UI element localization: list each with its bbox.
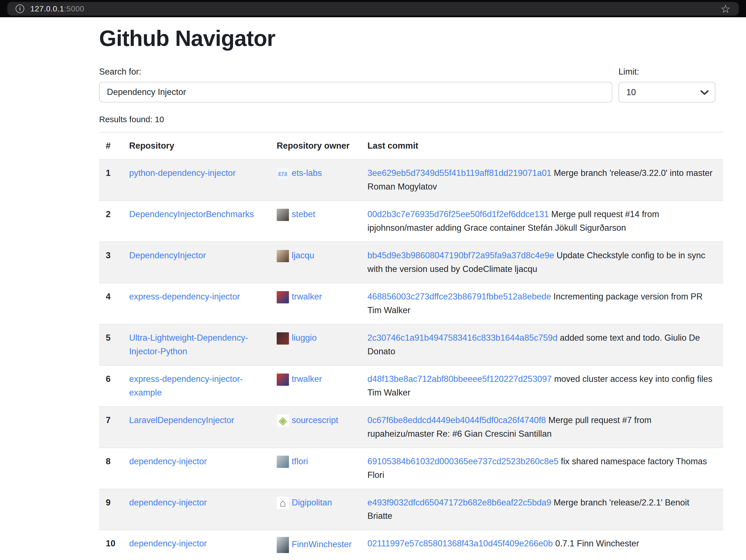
- column-header: #: [99, 132, 122, 159]
- main-content: Github Navigator Search for: Limit: 10 R…: [99, 25, 723, 560]
- commit-hash-link[interactable]: 2c30746c1a91b4947583416c833b1644a85c759d: [367, 333, 557, 343]
- row-number: 1: [99, 159, 122, 201]
- url-text: 127.0.0.1:5000: [30, 4, 84, 13]
- results-table-body: 1 python-dependency-injector ETSets-labs…: [99, 159, 723, 560]
- url-host: 127.0.0.1: [30, 4, 64, 13]
- owner-link[interactable]: stebet: [292, 209, 315, 219]
- results-summary: Results found: 10: [99, 115, 723, 124]
- table-row: 6 express-dependency-injector-example tr…: [99, 365, 723, 407]
- site-info-icon[interactable]: i: [16, 4, 24, 13]
- repository-link[interactable]: dependency-injector: [129, 538, 207, 548]
- row-number: 3: [99, 242, 122, 283]
- owner-link[interactable]: Digipolitan: [292, 498, 332, 507]
- owner-avatar: [277, 374, 289, 386]
- table-row: 5 Ultra-Lightweight-Dependency-Injector-…: [99, 324, 723, 365]
- table-row: 8 dependency-injector tflori 69105384b61…: [99, 448, 723, 489]
- owner-link[interactable]: trwalker: [292, 292, 322, 301]
- limit-label: Limit:: [619, 67, 715, 77]
- owner-avatar: [277, 250, 289, 262]
- repository-link[interactable]: LaravelDependencyInjector: [129, 415, 234, 425]
- commit-hash-link[interactable]: bb45d9e3b98608047190bf72a95fa9a37d8c4e9e: [367, 250, 554, 260]
- limit-field-group: Limit: 10: [619, 67, 715, 102]
- page-title: Github Navigator: [99, 25, 723, 52]
- url-bar[interactable]: i 127.0.0.1:5000 ☆: [7, 2, 739, 16]
- owner-avatar: [277, 209, 289, 221]
- column-header: Last commit: [361, 132, 723, 159]
- repository-link[interactable]: express-dependency-injector-example: [129, 374, 243, 397]
- owner-link[interactable]: tflori: [292, 456, 308, 466]
- repository-link[interactable]: DependencyInjectorBenchmarks: [129, 209, 254, 219]
- row-number: 5: [99, 324, 122, 365]
- repository-link[interactable]: express-dependency-injector: [129, 292, 240, 301]
- repository-link[interactable]: dependency-injector: [129, 498, 207, 507]
- repository-link[interactable]: python-dependency-injector: [129, 168, 236, 178]
- table-row: 7 LaravelDependencyInjector ◈sourcescrip…: [99, 407, 723, 448]
- owner-avatar: [277, 455, 289, 468]
- row-number: 9: [99, 489, 122, 530]
- commit-message: 0.7.1 Finn Winchester: [553, 538, 639, 548]
- owner-avatar: ⌂: [277, 497, 289, 509]
- commit-hash-link[interactable]: d48f13be8ac712abf80bbeeee5f120227d253097: [367, 374, 552, 384]
- bookmark-star-icon[interactable]: ☆: [720, 3, 730, 14]
- column-header: Repository: [122, 132, 270, 159]
- search-label: Search for:: [99, 67, 612, 77]
- table-row: 2 DependencyInjectorBenchmarks stebet 00…: [99, 201, 723, 242]
- owner-link[interactable]: ljacqu: [292, 250, 314, 260]
- search-form: Search for: Limit: 10: [99, 67, 723, 102]
- row-number: 10: [99, 530, 122, 560]
- table-row: 9 dependency-injector ⌂Digipolitan e493f…: [99, 489, 723, 530]
- owner-avatar: [277, 291, 289, 303]
- table-row: 4 express-dependency-injector trwalker 4…: [99, 283, 723, 324]
- search-field-group: Search for:: [99, 67, 612, 102]
- commit-hash-link[interactable]: 3ee629eb5d7349d55f41b119aff81dd219071a01: [367, 168, 551, 178]
- owner-link[interactable]: FinnWinchester: [292, 540, 351, 550]
- column-header: Repository owner: [270, 132, 361, 159]
- table-row: 10 dependency-injector FinnWinchester 02…: [99, 530, 723, 560]
- row-number: 7: [99, 407, 122, 448]
- owner-link[interactable]: trwalker: [292, 374, 322, 384]
- owner-link[interactable]: sourcescript: [292, 415, 338, 425]
- owner-avatar: ◈: [277, 414, 289, 427]
- limit-select[interactable]: 10: [619, 82, 715, 102]
- results-table: #RepositoryRepository ownerLast commit 1…: [99, 132, 723, 560]
- commit-hash-link[interactable]: 0c67f6be8eddcd4449eb4044f5df0ca26f4740f8: [367, 415, 546, 425]
- url-port: :5000: [64, 4, 84, 13]
- table-row: 1 python-dependency-injector ETSets-labs…: [99, 159, 723, 201]
- repository-link[interactable]: Ultra-Lightweight-Dependency-Injector-Py…: [129, 333, 248, 356]
- row-number: 4: [99, 283, 122, 324]
- commit-hash-link[interactable]: 00d2b3c7e76935d76f25ee50f6d1f2ef6ddce131: [367, 209, 549, 219]
- owner-avatar: [277, 537, 289, 553]
- search-input[interactable]: [99, 82, 612, 102]
- commit-hash-link[interactable]: 69105384b61032d000365ee737cd2523b260c8e5: [367, 456, 558, 466]
- owner-avatar: [277, 332, 289, 345]
- commit-hash-link[interactable]: 468856003c273dffce23b86791fbbe512a8ebede: [367, 292, 551, 301]
- repository-link[interactable]: dependency-injector: [129, 456, 207, 466]
- row-number: 2: [99, 201, 122, 242]
- browser-topbar: i 127.0.0.1:5000 ☆: [0, 0, 746, 17]
- owner-link[interactable]: ets-labs: [292, 168, 322, 178]
- commit-hash-link[interactable]: 02111997e57c85801368f43a10d45f409e266e0b: [367, 538, 553, 548]
- table-row: 3 DependencyInjector ljacqu bb45d9e3b986…: [99, 242, 723, 283]
- table-header-row: #RepositoryRepository ownerLast commit: [99, 132, 723, 159]
- commit-hash-link[interactable]: e493f9032dfcd65047172b682e8b6eaf22c5bda9: [367, 498, 551, 507]
- repository-link[interactable]: DependencyInjector: [129, 250, 206, 260]
- owner-link[interactable]: liuggio: [292, 333, 317, 343]
- row-number: 6: [99, 365, 122, 407]
- row-number: 8: [99, 448, 122, 489]
- owner-avatar: ETS: [277, 168, 289, 180]
